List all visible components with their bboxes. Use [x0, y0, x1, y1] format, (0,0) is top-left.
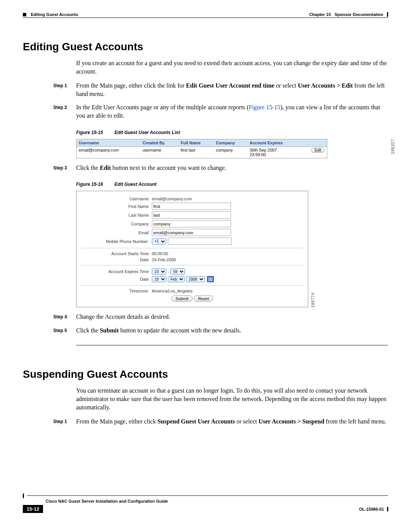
label-first-name: First Name	[80, 204, 152, 209]
step-2: Step 2 In the Edit User Accounts page or…	[53, 103, 388, 120]
figure-15-15-caption: Figure 15-15Edit Guest User Accounts Lis…	[76, 130, 388, 135]
form-divider	[80, 285, 304, 286]
expires-year-select[interactable]: 2008	[186, 276, 205, 282]
label-company: Company	[80, 222, 152, 226]
step-body: Click the Submit button to update the ac…	[76, 326, 388, 335]
cell-created-by: username	[140, 146, 178, 158]
section-divider	[76, 345, 388, 345]
step-body: In the Edit User Accounts page or any of…	[76, 103, 388, 120]
section-title-suspending: Suspending Guest Accounts	[23, 368, 388, 380]
form-divider	[80, 265, 304, 265]
label-mobile: Mobile Phone Number:	[80, 239, 152, 244]
figure-15-16: Username email@company.com First Name La…	[76, 191, 308, 307]
figure-15-15: Username Created By Full Name Company Ac…	[76, 139, 388, 158]
expires-day-select[interactable]: 18	[152, 276, 166, 282]
label-username: Username	[80, 197, 152, 201]
label-email: Email	[80, 230, 152, 235]
value-username: email@company.com	[152, 197, 192, 201]
label-starts-date: Date	[80, 257, 152, 262]
step-label: Step 3	[53, 164, 76, 172]
submit-button[interactable]: Submit	[171, 296, 193, 302]
section1-intro: If you create an account for a guest and…	[76, 59, 388, 75]
mobile-number-input[interactable]	[168, 238, 232, 245]
accounts-table: Username Created By Full Name Company Ac…	[76, 139, 327, 158]
col-full-name: Full Name	[178, 139, 213, 146]
time-colon: :	[168, 269, 169, 274]
value-starts-date: 18-Feb-2008	[152, 257, 176, 262]
cell-full-name: first last	[178, 146, 213, 158]
section-title-editing: Editing Guest Accounts	[23, 41, 388, 53]
page-footer: Cisco NAC Guest Server Installation and …	[23, 492, 388, 513]
header-rule	[23, 18, 388, 18]
label-starts-time: Account Starts Time	[80, 251, 152, 256]
running-head-chapter-label: Chapter 15	[309, 12, 331, 17]
table-row: email@company.com username first last co…	[76, 146, 327, 158]
step-label: Step 2	[53, 103, 76, 120]
label-expires-time: Account Expires Time	[80, 269, 152, 274]
edit-account-form: Username email@company.com First Name La…	[76, 191, 308, 307]
step-label: Step 5	[53, 326, 76, 335]
footer-rule	[27, 495, 388, 496]
last-name-input[interactable]	[152, 211, 231, 219]
section2-step-1: Step 1 From the Main page, either click …	[53, 417, 388, 426]
col-account-expires: Account Expires	[247, 139, 301, 146]
calendar-icon[interactable]	[207, 276, 214, 282]
company-input[interactable]	[152, 220, 231, 227]
footer-bar-icon	[23, 494, 24, 498]
figure-sidecode: 186774	[311, 292, 315, 307]
value-timezone: America/Los_Angeles	[152, 289, 193, 293]
cell-username: email@company.com	[76, 146, 140, 158]
step-label: Step 4	[53, 313, 76, 321]
step-body: From the Main page, either click Suspend…	[76, 417, 388, 426]
running-head-chapter-title: Sponsor Documentation	[335, 12, 383, 17]
value-starts-time: 00:00:00	[152, 251, 168, 256]
step-label: Step 1	[53, 81, 76, 98]
label-expires-date: Date	[80, 277, 152, 281]
section2-intro: You can terminate an account so that a g…	[76, 387, 388, 411]
label-timezone: Timezone:	[80, 289, 152, 293]
step-3: Step 3 Click the Edit button next to the…	[53, 164, 388, 172]
cell-expires: 30th Sep 2007 23:59:00	[247, 146, 301, 158]
reset-button[interactable]: Reset	[194, 296, 213, 302]
header-bar-icon	[387, 12, 388, 17]
edit-button[interactable]: Edit	[311, 148, 325, 153]
label-last-name: Last Name	[80, 213, 152, 217]
footer-bar-icon	[387, 507, 388, 511]
step-1: Step 1 From the Main page, either click …	[53, 81, 388, 98]
step-body: Change the Account details as desired.	[76, 313, 388, 321]
page-number: 15-12	[23, 505, 43, 513]
header-bullet-icon	[23, 13, 26, 16]
figure-link-15-15[interactable]: Figure 15-15	[249, 104, 280, 110]
running-header: Editing Guest Accounts Chapter 15 Sponso…	[23, 12, 388, 17]
step-4: Step 4 Change the Account details as des…	[53, 313, 388, 321]
step-5: Step 5 Click the Submit button to update…	[53, 326, 388, 335]
expires-hour-select[interactable]: 23	[152, 268, 166, 275]
step-label: Step 1	[53, 417, 76, 426]
email-input[interactable]	[152, 229, 231, 236]
form-divider	[80, 248, 304, 248]
col-username: Username	[76, 139, 140, 146]
col-company: Company	[213, 139, 247, 146]
cell-company: company	[213, 146, 247, 158]
running-head-section: Editing Guest Accounts	[31, 12, 78, 17]
footer-guide-title: Cisco NAC Guest Server Installation and …	[46, 499, 388, 503]
step-body: Click the Edit button next to the accoun…	[76, 164, 388, 172]
first-name-input[interactable]	[152, 203, 231, 210]
figure-sidecode: 185327	[391, 139, 395, 154]
expires-month-select[interactable]: Feb	[168, 276, 185, 282]
figure-15-16-caption: Figure 15-16Edit Guest Account	[76, 182, 388, 187]
step-body: From the Main page, either click the lin…	[76, 81, 388, 98]
expires-min-select[interactable]: 59	[170, 268, 185, 275]
col-created-by: Created By	[140, 139, 178, 146]
document-id: OL-15986-01	[359, 507, 384, 511]
mobile-cc-select[interactable]: +1	[152, 238, 166, 244]
